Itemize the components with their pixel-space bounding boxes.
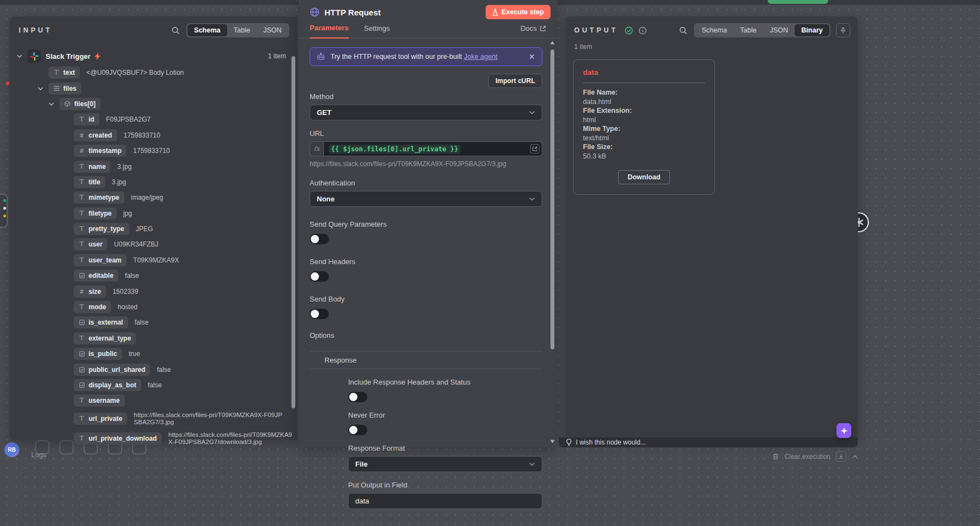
- schema-row-id[interactable]: TidF09JPSBA2G7: [15, 112, 294, 127]
- url-expression-field[interactable]: fx {{ $json.files[0].url_private }}: [310, 141, 542, 156]
- schema-key-badge[interactable]: Tusername: [74, 394, 125, 407]
- schema-row-user[interactable]: TuserU09KR34FZBJ: [15, 237, 294, 252]
- input-tab-json[interactable]: JSON: [257, 24, 288, 36]
- schema-key-badge[interactable]: #timestamp: [74, 145, 126, 157]
- input-scrollbar[interactable]: [291, 56, 295, 408]
- tab-parameters[interactable]: Parameters: [310, 24, 349, 39]
- schema-key-badge[interactable]: is_external: [74, 316, 128, 328]
- schema-key-badge[interactable]: #created: [74, 129, 117, 141]
- schema-key-badge[interactable]: Tuser_team: [74, 254, 126, 266]
- schema-key-badge[interactable]: files: [48, 83, 81, 95]
- schema-row-mode[interactable]: Tmodehosted: [15, 299, 294, 315]
- schema-key-badge[interactable]: #size: [74, 286, 106, 298]
- info-icon[interactable]: [638, 26, 647, 35]
- node-panel-scrollbar[interactable]: [550, 41, 555, 443]
- schema-row-mimetype[interactable]: Tmimetypeimage/jpeg: [15, 190, 294, 205]
- import-curl-button[interactable]: Import cURL: [488, 74, 542, 88]
- scrollbar-thumb[interactable]: [550, 50, 554, 349]
- output-search-icon[interactable]: [679, 26, 687, 35]
- n8n-node-detail-view: RB Logs Clear execution INPUT SchemaTabl…: [0, 0, 980, 526]
- collapse-chevron-icon[interactable]: [852, 454, 858, 459]
- open-expression-editor-icon[interactable]: [530, 144, 539, 154]
- schema-key-badge[interactable]: public_url_shared: [74, 364, 150, 376]
- chevron-down-icon[interactable]: [15, 54, 23, 58]
- schema-row-timestamp[interactable]: #timestamp1759833710: [15, 143, 294, 158]
- schema-row-files[0][interactable]: files[0]: [15, 96, 294, 112]
- schema-row-name[interactable]: Tname3.jpg: [15, 158, 294, 174]
- joke-agent-link[interactable]: Joke agent: [464, 53, 497, 61]
- schema-key-badge[interactable]: Ttext: [48, 67, 80, 79]
- schema-row-username[interactable]: Tusername: [15, 393, 294, 408]
- response-toggles-group: Include Response Headers and StatusNever…: [348, 369, 542, 435]
- schema-row-is_public[interactable]: is_publictrue: [15, 346, 294, 361]
- authentication-select[interactable]: None: [310, 191, 542, 207]
- bottom-square-button[interactable]: [836, 451, 846, 462]
- response-format-select[interactable]: File: [348, 456, 542, 472]
- schema-row-editable[interactable]: editablefalse: [15, 268, 294, 283]
- input-tab-table[interactable]: Table: [227, 24, 257, 36]
- include-response-headers-and-status-toggle[interactable]: [348, 392, 367, 402]
- schema-row-title[interactable]: Ttitle3.jpg: [15, 174, 294, 190]
- schema-key-badge[interactable]: Ttitle: [74, 176, 105, 188]
- schema-key-badge[interactable]: Tuser: [74, 238, 107, 250]
- toggle-label: Never Error: [348, 411, 542, 419]
- options-label: Options: [310, 331, 542, 339]
- scroll-up-arrow[interactable]: [550, 41, 555, 45]
- output-panel-title: OUTPUT: [574, 26, 618, 34]
- schema-key-badge[interactable]: Tmode: [74, 301, 111, 313]
- schema-key-badge[interactable]: Turl_private_download: [74, 432, 162, 445]
- node-feedback-bar[interactable]: I wish this node would...: [559, 437, 858, 447]
- put-output-input[interactable]: data: [348, 493, 542, 509]
- execute-step-button[interactable]: Execute step: [486, 5, 550, 19]
- schema-key-badge[interactable]: Tname: [74, 161, 111, 173]
- schema-row-url_private_download[interactable]: Turl_private_downloadhttps://files.slack…: [15, 429, 294, 448]
- schema-key-badge[interactable]: Tmimetype: [74, 191, 124, 204]
- send-query-parameters-toggle[interactable]: [310, 234, 329, 244]
- schema-row-filetype[interactable]: Tfiletypejpg: [15, 206, 294, 221]
- schema-row-user_team[interactable]: Tuser_teamT09K9MZKA9X: [15, 253, 294, 268]
- ai-assistant-button[interactable]: [836, 423, 851, 438]
- node-error-dot: [5, 81, 9, 85]
- clear-execution-button[interactable]: Clear execution: [785, 453, 830, 461]
- schema-row-files[interactable]: files: [15, 80, 294, 96]
- chevron-down-icon[interactable]: [47, 102, 55, 106]
- schema-key-badge[interactable]: Texternal_type: [74, 332, 136, 344]
- output-tab-json[interactable]: JSON: [763, 24, 795, 36]
- schema-row-text[interactable]: Ttext<@U09JVQSBUF7> Body Lotion: [15, 65, 294, 80]
- schema-key-badge[interactable]: Tfiletype: [74, 207, 117, 220]
- scroll-down-arrow[interactable]: [550, 440, 555, 443]
- send-body-toggle[interactable]: [310, 309, 329, 319]
- schema-row-is_external[interactable]: is_externalfalse: [15, 315, 294, 330]
- input-tab-schema[interactable]: Schema: [188, 24, 227, 36]
- schema-row-external_type[interactable]: Texternal_type: [15, 331, 294, 346]
- output-tab-table[interactable]: Table: [734, 24, 763, 36]
- schema-row-created[interactable]: #created1759833710: [15, 128, 294, 143]
- pin-data-button[interactable]: [836, 23, 850, 37]
- schema-key-badge[interactable]: editable: [74, 270, 118, 282]
- input-search-icon[interactable]: [172, 26, 180, 35]
- tab-settings[interactable]: Settings: [364, 24, 390, 38]
- schema-root-row[interactable]: Slack Trigger 1 item: [15, 47, 294, 65]
- close-icon[interactable]: ✕: [528, 53, 535, 61]
- schema-key-badge[interactable]: Tid: [74, 113, 100, 125]
- never-error-toggle[interactable]: [348, 425, 367, 435]
- schema-key-badge[interactable]: files[0]: [59, 98, 101, 110]
- schema-value: true: [129, 350, 140, 358]
- logs-button[interactable]: Logs: [31, 451, 46, 459]
- schema-key-badge[interactable]: Turl_private: [74, 413, 127, 425]
- output-tab-schema[interactable]: Schema: [695, 24, 734, 36]
- schema-row-url_private[interactable]: Turl_privatehttps://files.slack.com/file…: [15, 409, 294, 429]
- method-select[interactable]: GET: [310, 105, 542, 120]
- schema-row-size[interactable]: #size1502339: [15, 283, 294, 299]
- schema-row-public_url_shared[interactable]: public_url_sharedfalse: [15, 361, 294, 377]
- schema-key-badge[interactable]: Tpretty_type: [74, 223, 129, 235]
- download-button[interactable]: Download: [618, 170, 670, 184]
- chevron-down-icon[interactable]: [36, 86, 44, 91]
- docs-link[interactable]: Docs: [520, 24, 546, 38]
- schema-row-display_as_bot[interactable]: display_as_botfalse: [15, 377, 294, 393]
- schema-key-badge[interactable]: is_public: [74, 348, 122, 360]
- schema-key-badge[interactable]: display_as_bot: [74, 379, 141, 391]
- schema-row-pretty_type[interactable]: Tpretty_typeJPEG: [15, 221, 294, 237]
- output-tab-binary[interactable]: Binary: [795, 24, 829, 36]
- send-headers-toggle[interactable]: [310, 271, 329, 282]
